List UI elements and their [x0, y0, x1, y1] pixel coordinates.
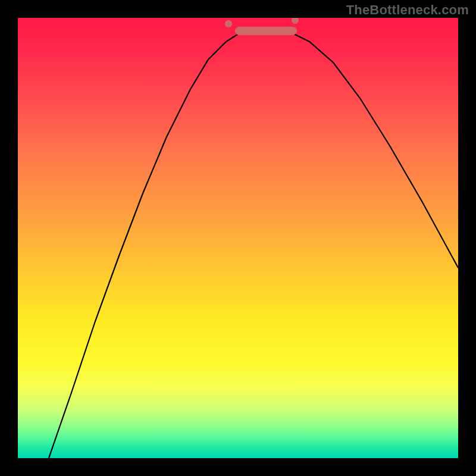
flat-marker-dot-right	[292, 18, 299, 24]
chart-frame: TheBottleneck.com	[0, 0, 476, 476]
curve-layer	[18, 18, 458, 458]
watermark-text: TheBottleneck.com	[346, 2, 469, 18]
right-curve	[293, 33, 458, 268]
plot-area	[18, 18, 458, 458]
flat-marker-dot-left	[225, 20, 232, 27]
left-curve	[49, 33, 239, 458]
